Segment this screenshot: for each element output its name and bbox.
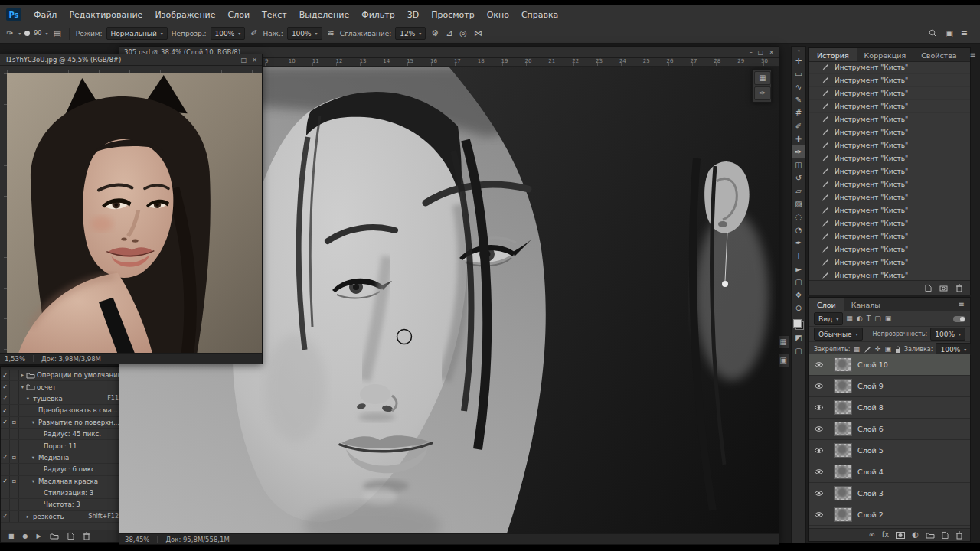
action-check[interactable]: ✓ [1,381,10,392]
collapsed-brushes-panel-icon[interactable]: ✑ [754,86,771,100]
menu-item-6[interactable]: Фильтр [355,10,401,20]
action-row[interactable]: ✓▸Операции по умолчанию [1,370,122,381]
expander-icon[interactable]: ▾ [24,396,31,402]
layer-visibility-eye-icon[interactable] [809,354,828,375]
new-snapshot-icon[interactable] [939,285,948,292]
marquee-tool-icon[interactable]: ▭ [792,67,805,80]
action-row[interactable]: ✓▾тушевкаF11 [1,393,122,405]
action-row[interactable]: ✓▾осчет [1,381,122,393]
filter-smart-objects-icon[interactable]: ▣ [885,315,892,322]
layer-row[interactable]: Слой 5 [809,440,970,461]
action-dialog-toggle[interactable] [10,440,19,451]
layer-thumbnail[interactable] [834,443,852,458]
action-dialog-toggle[interactable]: ▫ [10,476,19,487]
layer-row[interactable]: Слой 3 [809,483,970,504]
layer-row[interactable]: Слой 10 [809,354,970,376]
layer-visibility-eye-icon[interactable] [809,504,828,525]
lasso-tool-icon[interactable]: ∿ [792,80,805,93]
action-dialog-toggle[interactable] [10,511,19,522]
foreground-color-swatch[interactable] [793,319,802,328]
add-layer-mask-icon[interactable] [896,532,905,539]
tab-layers[interactable]: Слои [809,298,844,311]
action-check[interactable] [1,429,10,439]
action-check[interactable] [1,440,10,451]
path-selection-tool-icon[interactable]: ► [792,262,805,276]
menu-item-8[interactable]: Просмотр [425,10,480,20]
dodge-tool-icon[interactable]: ◔ [792,223,805,236]
minimize-icon[interactable]: – [233,57,236,64]
history-state[interactable]: Инструмент "Кисть" [809,113,970,126]
new-document-from-state-icon[interactable] [925,284,932,292]
action-row[interactable]: Чистота: 3 [1,499,122,510]
menu-item-3[interactable]: Слои [222,10,256,20]
menu-item-0[interactable]: Файл [28,10,63,20]
layer-filter-select[interactable]: Вид ▾ [814,312,843,325]
eyedropper-tool-icon[interactable]: ✐ [792,119,805,132]
menu-item-9[interactable]: Окно [481,10,515,20]
action-row[interactable]: Радиус: 6 пикс. [1,464,122,475]
expander-icon[interactable]: ▾ [30,478,37,484]
action-dialog-toggle[interactable] [10,381,19,392]
pressure-opacity-icon[interactable]: ✐ [249,28,259,38]
layer-group-icon[interactable] [926,532,935,539]
menu-item-7[interactable]: 3D [401,10,425,20]
layer-row[interactable]: Слой 2 [809,504,970,526]
crop-tool-icon[interactable]: # [792,106,805,119]
history-state[interactable]: Инструмент "Кисть" [809,126,970,139]
zoom-level[interactable]: 1,53% [5,355,25,363]
action-row[interactable]: Стилизация: 3 [1,487,122,499]
history-state[interactable]: Инструмент "Кисть" [809,87,970,100]
clone-stamp-tool-icon[interactable]: ◫ [792,158,805,171]
reference-photo[interactable] [7,73,262,354]
opacity-dropdown[interactable]: 100% ▾ [211,27,246,40]
action-dialog-toggle[interactable] [10,393,19,404]
arrange-panels-icon[interactable]: ≡ [961,29,968,37]
lock-transparency-icon[interactable]: ▦ [853,346,860,353]
brush-angle-icon[interactable]: ⊿ [444,28,454,38]
lock-artboard-icon[interactable]: ▣ [884,346,891,353]
action-dialog-toggle[interactable] [10,464,19,474]
tab-channels[interactable]: Каналы [844,298,888,311]
action-check[interactable] [1,499,10,510]
history-state[interactable]: Инструмент "Кисть" [809,100,970,113]
action-check[interactable]: ✓ [1,370,10,380]
history-state[interactable]: Инструмент "Кисть" [809,191,970,204]
filter-toggle-icon[interactable] [953,316,965,322]
delete-layer-icon[interactable] [956,531,963,540]
layer-visibility-eye-icon[interactable] [809,397,828,418]
close-icon[interactable]: × [252,57,257,64]
action-row[interactable]: ✓Преобразовать в сма... [1,405,122,416]
airbrush-icon[interactable]: ≋ [326,28,336,38]
reference-titlebar[interactable]: -I1sYhYC3oU.jpg @ 45,5% (RGB/8#) – □ × [0,54,262,66]
action-folder-icon[interactable] [50,533,59,540]
menu-item-2[interactable]: Изображение [149,10,221,20]
zoom-level[interactable]: 38,45% [125,536,149,543]
action-row[interactable]: Порог: 11 [1,440,122,452]
history-state[interactable]: Инструмент "Кисть" [809,243,970,256]
restore-icon[interactable]: □ [241,57,247,64]
adjustment-layer-icon[interactable]: ◐ [912,531,919,539]
zoom-tool-icon[interactable]: ⊙ [792,302,805,315]
action-check[interactable]: ✓ [1,417,10,428]
history-state[interactable]: Инструмент "Кисть" [809,256,970,269]
action-row[interactable]: ✓▫▾Размытие по поверхн... [1,417,122,429]
shape-tool-icon[interactable]: ▢ [792,276,805,289]
history-state[interactable]: Инструмент "Кисть" [809,61,970,74]
layer-thumbnail[interactable] [834,400,852,415]
filter-pixel-layers-icon[interactable]: ▦ [846,315,853,322]
layer-effects-icon[interactable]: fx [882,531,889,539]
close-icon[interactable]: × [769,49,774,56]
layer-visibility-eye-icon[interactable] [809,440,828,461]
layer-thumbnail[interactable] [834,379,852,393]
delete-action-icon[interactable] [83,532,90,540]
layer-thumbnail[interactable] [834,507,852,522]
history-state[interactable]: Инструмент "Кисть" [809,230,970,243]
layer-visibility-eye-icon[interactable] [809,376,828,396]
restore-icon[interactable]: □ [758,49,764,56]
move-tool-icon[interactable]: ✛ [792,54,805,67]
blur-tool-icon[interactable]: ◌ [792,210,805,223]
action-row[interactable]: Радиус: 45 пикс. [1,429,122,440]
layer-visibility-eye-icon[interactable] [809,483,828,504]
healing-brush-tool-icon[interactable]: ✚ [792,132,805,145]
hand-tool-icon[interactable]: ✥ [792,289,805,302]
